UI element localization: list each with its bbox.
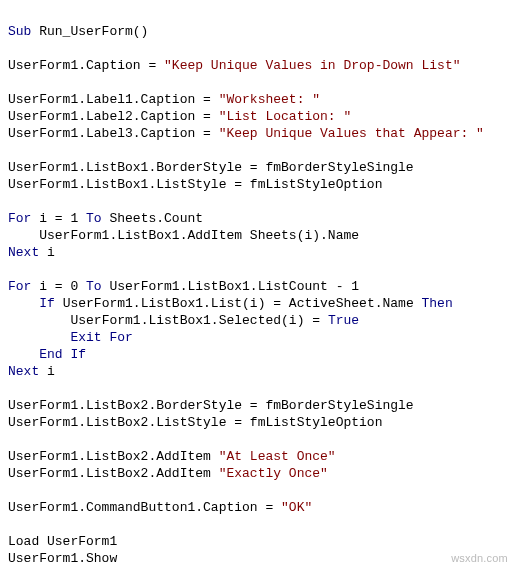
keyword-next: Next <box>8 364 39 379</box>
string-label3: "Keep Unique Values that Appear: " <box>219 126 484 141</box>
line-additem2: UserForm1.ListBox2.AddItem <box>8 466 219 481</box>
keyword-if: If <box>39 296 55 311</box>
vba-code-editor[interactable]: Sub Run_UserForm() UserForm1.Caption = "… <box>0 0 514 571</box>
string-additem2: "Exactly Once" <box>219 466 328 481</box>
line-lb2-style: UserForm1.ListBox2.ListStyle = fmListSty… <box>8 415 382 430</box>
keyword-for: For <box>8 279 31 294</box>
line-show: UserForm1.Show <box>8 551 117 566</box>
watermark: wsxdn.com <box>451 550 508 567</box>
sub-name: Run_UserForm() <box>31 24 148 39</box>
string-label1: "Worksheet: " <box>219 92 320 107</box>
keyword-next: Next <box>8 245 39 260</box>
line-lb2-border: UserForm1.ListBox2.BorderStyle = fmBorde… <box>8 398 414 413</box>
line-additem1: UserForm1.ListBox2.AddItem <box>8 449 219 464</box>
keyword-exit-for: Exit For <box>70 330 132 345</box>
keyword-sub: Sub <box>8 24 31 39</box>
keyword-true: True <box>328 313 359 328</box>
line-load: Load <box>8 534 47 549</box>
string-caption: "Keep Unique Values in Drop-Down List" <box>164 58 460 73</box>
line-label1: UserForm1.Label1.Caption = <box>8 92 219 107</box>
string-additem1: "At Least Once" <box>219 449 336 464</box>
string-label2: "List Location: " <box>219 109 352 124</box>
line-lb1-border: UserForm1.ListBox1.BorderStyle = fmBorde… <box>8 160 414 175</box>
keyword-end-if: End If <box>39 347 86 362</box>
line-label2: UserForm1.Label2.Caption = <box>8 109 219 124</box>
string-ok: "OK" <box>281 500 312 515</box>
keyword-then: Then <box>422 296 453 311</box>
keyword-for: For <box>8 211 31 226</box>
line-lb1-style: UserForm1.ListBox1.ListStyle = fmListSty… <box>8 177 382 192</box>
line-commandbutton: UserForm1.CommandButton1.Caption = <box>8 500 281 515</box>
for1-body: UserForm1.ListBox1.AddItem Sheets(i).Nam… <box>8 228 359 243</box>
line-caption: UserForm1.Caption = <box>8 58 164 73</box>
line-label3: UserForm1.Label3.Caption = <box>8 126 219 141</box>
